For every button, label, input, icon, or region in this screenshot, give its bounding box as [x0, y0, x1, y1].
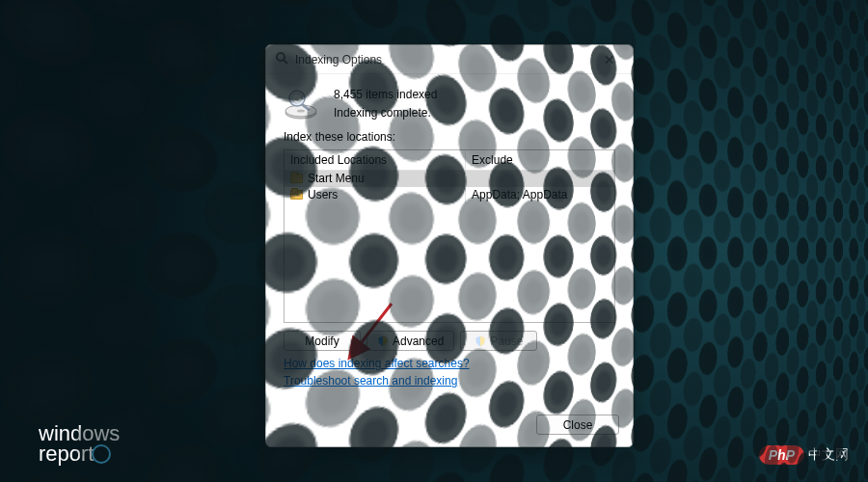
shield-icon: [475, 335, 486, 347]
indexing-options-dialog: Indexing Options ✕ 8,455 items indexed I…: [265, 44, 634, 447]
php-text: 中文网: [808, 446, 849, 464]
watermark-dot-icon: [92, 444, 111, 464]
list-header[interactable]: Included Locations Exclude: [285, 150, 614, 171]
folder-icon: [290, 190, 303, 200]
indexing-status: Indexing complete.: [334, 104, 437, 122]
row-name: Start Menu: [308, 172, 365, 185]
php-pill: PhP: [759, 445, 804, 465]
locations-label: Index these locations:: [266, 130, 633, 147]
svg-point-6: [292, 94, 302, 103]
list-item[interactable]: Start Menu: [285, 171, 614, 187]
advanced-button[interactable]: Advanced: [366, 331, 454, 351]
shield-icon: [377, 335, 389, 347]
row-exclude: AppData; AppData: [466, 187, 614, 203]
folder-icon: [290, 174, 303, 183]
magnifier-drive-icon: [284, 88, 320, 120]
php-cn-watermark: PhP 中文网: [759, 445, 849, 465]
titlebar[interactable]: Indexing Options ✕: [266, 45, 633, 74]
status-section: 8,455 items indexed Indexing complete.: [266, 74, 633, 130]
dialog-title: Indexing Options: [295, 53, 588, 67]
column-exclude[interactable]: Exclude: [466, 150, 614, 170]
svg-point-4: [297, 110, 305, 113]
link-troubleshoot[interactable]: Troubleshoot search and indexing: [284, 374, 615, 388]
link-how-indexing[interactable]: How does indexing affect searches?: [284, 357, 615, 370]
windows-report-watermark: windows report: [39, 424, 120, 465]
row-exclude: [466, 171, 614, 187]
indexing-icon: [274, 50, 289, 68]
pause-button: Pause: [460, 331, 537, 351]
svg-point-0: [277, 53, 285, 61]
list-item[interactable]: Users AppData; AppData: [285, 187, 614, 203]
items-indexed: 8,455 items indexed: [334, 86, 437, 104]
locations-list[interactable]: Included Locations Exclude Start Menu Us…: [284, 149, 615, 323]
modify-button[interactable]: Modify: [284, 331, 361, 351]
watermark-line2: report: [39, 442, 94, 466]
row-name: Users: [308, 188, 338, 201]
svg-line-1: [284, 60, 287, 64]
help-links: How does indexing affect searches? Troub…: [266, 351, 633, 388]
close-button[interactable]: ✕: [594, 52, 625, 67]
column-included[interactable]: Included Locations: [285, 150, 466, 170]
action-buttons: Modify Advanced Pause: [266, 323, 633, 351]
close-footer-button[interactable]: Close: [536, 415, 619, 435]
